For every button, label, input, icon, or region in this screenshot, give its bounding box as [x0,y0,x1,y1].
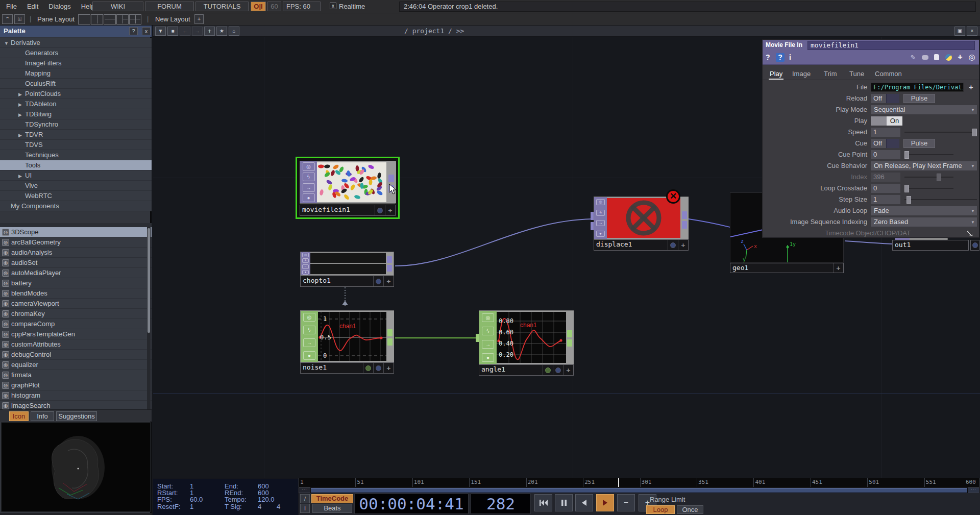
node-namebar[interactable]: geo1 + [730,263,844,273]
palette-tab-suggestions[interactable]: Suggestions [56,411,97,421]
copy-parameters-icon[interactable] [933,53,941,61]
frame-ruler[interactable]: 151101151201251301351401451501551600 [299,478,980,487]
chat-bubble-icon[interactable] [921,53,929,61]
slider-track[interactable] [904,199,977,200]
palette-tab-info[interactable]: Info [31,411,54,421]
loop-button[interactable]: Loop [646,505,675,514]
node-chopto1[interactable]: ◎ ϟ → ● chopto1 + [300,252,394,287]
palette-component-graphplot[interactable]: ◎graphPlot [0,380,152,390]
slider-handle[interactable] [937,174,941,181]
output-connector[interactable] [567,330,572,337]
python-expressions-icon[interactable] [944,53,952,61]
viewer-flag-icon[interactable]: ◎ [303,313,315,322]
toggle-field[interactable]: Off [871,94,899,103]
output-connector[interactable] [387,338,393,346]
palette-help-button[interactable]: ? [129,27,138,35]
bypass-flag-icon[interactable]: ϟ [596,210,605,216]
node-expand-icon[interactable]: + [385,205,395,215]
node-flags[interactable]: ◎ ϟ → ● [479,311,497,364]
palette-tree-item-generators[interactable]: Generators [0,48,152,58]
output-connector[interactable] [682,221,687,229]
node-namebar[interactable]: displace1 + [594,239,689,251]
switch-field[interactable]: On [871,116,902,126]
bypass-flag-icon[interactable]: ϟ [303,326,315,334]
error-badge-icon[interactable]: ✕ [666,189,680,204]
palette-component-audioanalysis[interactable]: ◎audioAnalysis [0,248,152,258]
stop-icon[interactable]: ■ [167,27,178,36]
lock-flag-icon[interactable]: ● [482,353,494,362]
bypass-flag-icon[interactable]: ϟ [482,327,494,335]
palette-component-histogram[interactable]: ◎histogram [0,390,152,401]
output-connector[interactable] [567,339,572,347]
file-path-field[interactable]: F:/Program Files/Derivati [871,83,964,92]
node-flags[interactable]: ◎ ϟ → ● [301,252,310,275]
layout-quad-button[interactable] [129,14,141,24]
palette-component-3dscope[interactable]: ◎3DScope [0,227,152,237]
dropdown-field[interactable]: Zero Based▼ [871,217,977,227]
node-out1-namebar[interactable]: out1 [892,240,969,251]
slider-handle[interactable] [906,196,911,204]
tree-down-arrow-icon[interactable]: ▼ [4,39,11,48]
param-tab-common[interactable]: Common [874,69,903,79]
jump-to-start-button[interactable] [534,494,552,511]
home-icon[interactable]: ⌂ [229,27,239,36]
comment-edit-icon[interactable]: ✎ [909,53,917,61]
export-flag-icon[interactable]: → [482,340,494,349]
wiki-button[interactable]: WIKI [92,2,143,11]
palette-component-debugcontrol[interactable]: ◎debugControl [0,350,152,360]
node-color-dot[interactable] [375,205,385,215]
slider-track[interactable] [904,154,953,155]
timeline-field-value[interactable]: 4 [258,503,261,510]
viewer-flag-icon[interactable]: ◎ [596,199,605,205]
node-out1-dot-cell[interactable] [970,240,979,251]
palette-component-equalizer[interactable]: ◎equalizer [0,360,152,370]
number-field[interactable]: 396 [871,173,900,182]
timeline-field-value[interactable]: 4 [277,503,280,510]
palette-tree-item-mapping[interactable]: Mapping [0,68,152,79]
oi-midi-indicator[interactable]: O|I [251,2,266,11]
node-moviefilein1[interactable]: ◎ ϟ → ● moviefilein1 + [296,157,400,219]
palette-tree-item-oculusrift[interactable]: OculusRift [0,79,152,89]
palette-component-arcballgeometry[interactable]: ◎arcBallGeometry [0,237,152,248]
node-flags[interactable]: ◎ ϟ → ● [301,311,318,362]
slider-track[interactable] [904,177,953,178]
back-arrow-icon[interactable]: ← [180,27,190,36]
add-icon[interactable]: + [204,27,215,36]
node-color-dot[interactable] [543,365,553,375]
menu-dialogs[interactable]: Dialogs [43,0,76,13]
slider-track[interactable] [904,132,977,133]
output-connector[interactable] [387,265,392,272]
realtime-checkbox[interactable]: x [330,3,336,9]
toggle-knob[interactable] [886,94,899,103]
number-field[interactable]: 1 [871,195,900,204]
switch-value[interactable]: On [887,116,902,126]
palette-component-customattributes[interactable]: ◎customAttributes [0,339,152,350]
palette-tree-item-tdsynchro[interactable]: TDSynchro [0,119,152,130]
clone-flag-icon[interactable]: → [303,183,315,192]
output-connector[interactable] [387,256,392,263]
node-color-dot[interactable] [971,240,979,250]
param-tab-tune[interactable]: Tune [848,69,865,79]
palette-component-audioset[interactable]: ◎audioSet [0,258,152,268]
node-color-dot[interactable] [373,363,383,373]
play-reverse-button[interactable] [575,494,593,511]
number-field[interactable]: 1 [871,128,900,137]
beats-mode-button[interactable]: Beats [312,504,352,513]
tree-right-arrow-icon[interactable]: ▶ [18,131,25,140]
layout-single-button[interactable] [78,14,90,24]
menu-edit[interactable]: Edit [22,0,43,13]
timeline-settings[interactable]: Start:1End:600RStart:1REnd:600FPS:60.0Te… [153,479,298,515]
node-expand-icon[interactable]: + [383,276,394,286]
frame-mode-button[interactable]: / [300,494,310,503]
node-expand-icon[interactable]: + [563,365,573,375]
toggle-field[interactable]: Off [871,139,899,148]
operator-name-field[interactable]: moviefilein1 [807,41,975,50]
tree-right-arrow-icon[interactable]: ▶ [18,171,25,181]
palette-component-cppparstemplategen[interactable]: ◎cppParsTemplateGen [0,329,152,339]
palette-tree-item-tdableton[interactable]: ▶TDAbleton [0,99,152,109]
palette-tree-item-tdbitwig[interactable]: ▶TDBitwig [0,109,152,119]
palette-tree-item-derivative[interactable]: ▼Derivative [0,38,152,48]
param-tab-image[interactable]: Image [791,69,812,79]
layout-two-vertical-button[interactable] [91,14,103,24]
tutorials-button[interactable]: TUTORIALS [195,2,249,11]
